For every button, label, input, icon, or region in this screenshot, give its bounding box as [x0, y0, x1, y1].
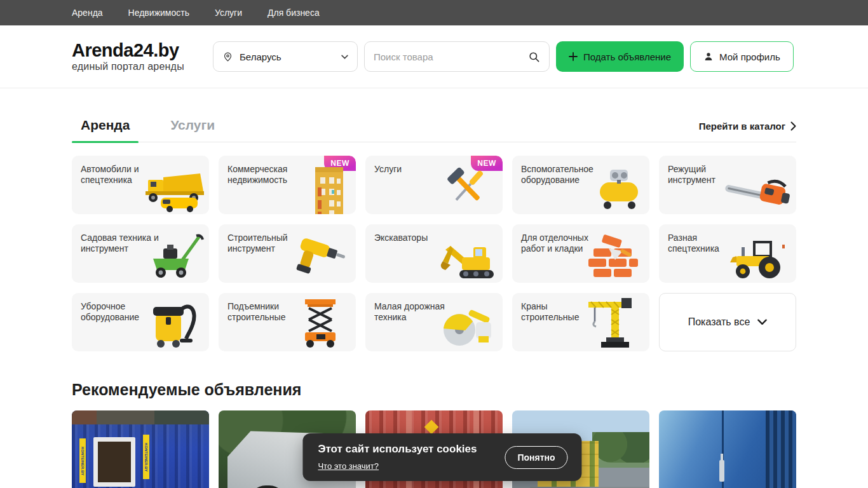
- vacuum-icon: [142, 299, 203, 350]
- drill-icon: [291, 232, 349, 281]
- container-window: [93, 437, 135, 487]
- category-card-otdelochnye[interactable]: Для отделочных работ и кладки: [512, 224, 649, 283]
- category-card-dorozhnaya[interactable]: Малая дорожная техника: [365, 293, 503, 351]
- topbar-link-nedvizhimost[interactable]: Недвижимость: [128, 8, 189, 18]
- compressor-icon: [586, 167, 647, 213]
- recommended-title: Рекомендуемые объявления: [72, 381, 796, 399]
- tractor-icon: [728, 234, 794, 281]
- search-box: [364, 41, 550, 72]
- header: Arenda24.by единый портал аренды Беларус…: [0, 25, 868, 88]
- chevron-down-icon: [757, 319, 767, 325]
- photo-background: [72, 410, 209, 424]
- show-all-label: Показать все: [688, 316, 750, 328]
- post-ad-button[interactable]: Подать объявление: [556, 41, 684, 72]
- logo-title: Arenda24.by: [72, 41, 199, 60]
- location-pin-icon: [222, 51, 233, 62]
- main-content: Аренда Услуги Перейти в каталог Автомоби…: [72, 118, 796, 488]
- hazard-sign: [424, 420, 439, 435]
- category-card-podemniki[interactable]: Подъемники строительные: [219, 293, 356, 351]
- user-icon: [703, 51, 714, 62]
- sticker-text: KONTEINER.BY: [143, 435, 149, 479]
- category-label: Коммерческая недвижимость: [227, 164, 310, 185]
- category-card-sadovaya[interactable]: Садовая техника и инструмент: [72, 224, 209, 283]
- scissor-lift-icon: [291, 298, 347, 351]
- category-card-vspomogatelnoe[interactable]: Вспомогательное оборудование: [512, 156, 649, 214]
- cookie-accept-button[interactable]: Понятно: [505, 446, 567, 469]
- chevron-right-icon: [790, 121, 796, 131]
- profile-label: Мой профиль: [719, 51, 780, 62]
- sticker-text: KONTEINER.BY: [79, 438, 86, 483]
- search-icon[interactable]: [528, 51, 540, 63]
- excavator-icon: [431, 236, 500, 281]
- cookie-title: Этот сайт использует cookies: [318, 443, 477, 456]
- profile-button[interactable]: Мой профиль: [690, 41, 794, 72]
- category-card-uborochnoe[interactable]: Уборочное оборудование: [72, 293, 209, 351]
- road-saw-icon: [437, 301, 498, 350]
- listing-photo-blue-doors[interactable]: [659, 410, 796, 488]
- tab-arenda[interactable]: Аренда: [72, 118, 139, 142]
- dump-truck-icon: [135, 172, 207, 213]
- category-grid: Автомобили и спецтехника Коммерческая не…: [72, 156, 796, 351]
- category-card-rezhushchiy[interactable]: Режущий инструмент: [659, 156, 796, 214]
- building-icon: [304, 165, 353, 214]
- cookie-info-link[interactable]: Что это значит?: [318, 461, 379, 471]
- catalog-link[interactable]: Перейти в каталог: [699, 121, 796, 142]
- lawnmower-icon: [143, 232, 207, 281]
- category-card-stroitelnyy[interactable]: Строительный инструмент: [219, 224, 356, 283]
- door-handle: [719, 460, 724, 482]
- topbar-link-uslugi[interactable]: Услуги: [215, 8, 242, 18]
- listing-photo-blue-container-cabin[interactable]: KONTEINER.BY KONTEINER.BY: [72, 410, 209, 488]
- chainsaw-icon: [724, 172, 794, 213]
- tools-icon: [440, 162, 494, 213]
- topbar: Аренда Недвижимость Услуги Для бизнеса: [0, 0, 868, 25]
- caret-down-icon: [341, 55, 348, 59]
- category-card-raznaya[interactable]: Разная спецтехника: [659, 224, 796, 283]
- category-card-ekskavatory[interactable]: Экскаваторы: [365, 224, 503, 283]
- category-card-kommercheskaya[interactable]: Коммерческая недвижимость NEW: [219, 156, 356, 214]
- tabs-row: Аренда Услуги Перейти в каталог: [72, 118, 796, 142]
- plus-icon: [569, 52, 578, 61]
- tower-crane-icon: [578, 297, 642, 351]
- logo[interactable]: Arenda24.by единый портал аренды: [72, 41, 199, 72]
- tab-uslugi[interactable]: Услуги: [161, 118, 224, 142]
- location-select[interactable]: Беларусь: [213, 41, 358, 72]
- search-input[interactable]: [374, 51, 528, 62]
- logo-subtitle: единый портал аренды: [72, 61, 199, 72]
- category-card-uslugi[interactable]: Услуги NEW: [365, 156, 503, 214]
- bricks-icon: [583, 232, 642, 281]
- show-all-button[interactable]: Показать все: [659, 293, 796, 351]
- post-ad-label: Подать объявление: [583, 51, 671, 62]
- topbar-link-dlya-biznesa[interactable]: Для бизнеса: [268, 8, 320, 18]
- photo-background: [592, 432, 649, 463]
- topbar-link-arenda[interactable]: Аренда: [72, 8, 103, 18]
- location-value: Беларусь: [240, 51, 281, 62]
- container-ribs: [766, 410, 796, 488]
- category-card-avtomobili[interactable]: Автомобили и спецтехника: [72, 156, 209, 214]
- catalog-link-label: Перейти в каталог: [699, 121, 785, 132]
- cookie-banner: Этот сайт использует cookies Что это зна…: [302, 433, 581, 481]
- category-card-krany[interactable]: Краны строительные: [512, 293, 649, 351]
